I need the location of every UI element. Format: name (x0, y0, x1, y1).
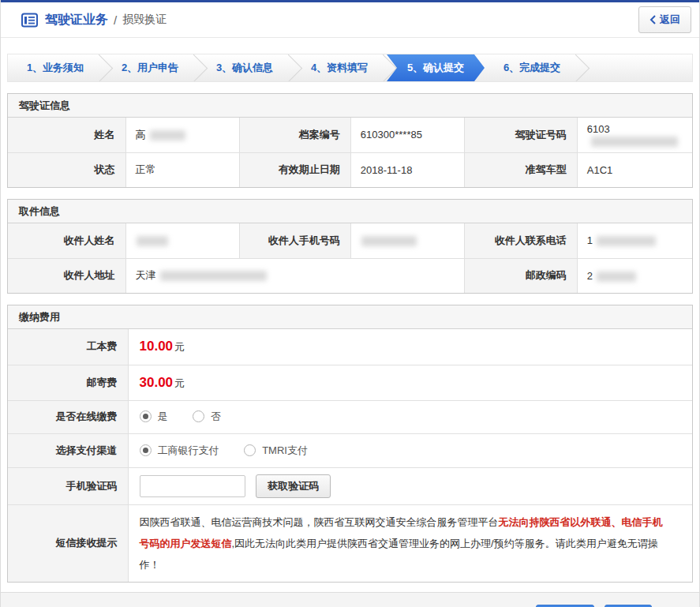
payment-title: 缴纳费用 (8, 305, 692, 329)
redacted-blur (597, 236, 656, 246)
field-value-vehicle-class: A1C1 (577, 152, 692, 187)
table-row: 收件人姓名 收件人手机号码 收件人联系电话 1 (8, 223, 692, 258)
field-label-sms-code: 手机验证码 (8, 467, 128, 504)
sms-code-input[interactable] (140, 475, 245, 497)
field-value-work-fee: 10.00元 (128, 329, 692, 365)
radio-icbc-selected[interactable] (140, 444, 152, 456)
step-5-confirm-submit: 5、确认提交 (387, 54, 485, 81)
redacted-blur (137, 236, 168, 246)
step-1-business-notice: 1、业务须知 (8, 54, 103, 81)
payment-table: 工本费 10.00元 邮寄费 30.00元 是否在线缴费 是 否 (8, 329, 692, 582)
license-info-table: 姓名 高 档案编号 610300****85 驾驶证号码 6103 状态 正常 … (8, 118, 692, 187)
radio-yes-label: 是 (158, 410, 168, 422)
redacted-blur (150, 130, 185, 141)
radio-no[interactable] (193, 410, 204, 422)
field-label-file-no: 档案编号 (239, 118, 350, 152)
table-row: 选择支付渠道 工商银行支付 TMRI支付 (8, 433, 692, 467)
table-row: 是否在线缴费 是 否 (8, 400, 692, 433)
field-label-license-no: 驾驶证号码 (464, 118, 577, 152)
step-wizard: 1、业务须知 2、用户申告 3、确认信息 4、资料填写 5、确认提交 6、完成提… (7, 54, 693, 82)
address-visible-text: 天津 (136, 269, 156, 281)
field-label-recipient-phone: 收件人联系电话 (464, 223, 577, 258)
pickup-info-title: 取件信息 (8, 200, 692, 223)
radio-tmri[interactable] (244, 444, 256, 456)
field-value-file-no: 610300****85 (350, 118, 464, 152)
field-label-postcode: 邮政编码 (464, 258, 577, 293)
get-code-button[interactable]: 获取验证码 (256, 474, 331, 498)
pickup-info-table: 收件人姓名 收件人手机号码 收件人联系电话 1 收件人地址 天津 邮政编码 (8, 223, 692, 293)
action-bar: 上一步 完成 (1, 592, 699, 607)
field-value-name: 高 (125, 118, 239, 152)
field-value-postcode: 2 (577, 258, 692, 293)
radio-tmri-label: TMRI支付 (262, 444, 308, 456)
field-label-name: 姓名 (8, 118, 125, 152)
field-label-sms-notice: 短信接收提示 (8, 504, 128, 582)
pickup-info-panel: 取件信息 收件人姓名 收件人手机号码 收件人联系电话 1 收件人地址 (7, 199, 693, 294)
phone-visible-text: 1 (587, 234, 593, 246)
license-info-title: 驾驶证信息 (8, 94, 692, 118)
field-label-vehicle-class: 准驾车型 (464, 152, 577, 187)
field-value-license-no: 6103 (577, 118, 692, 152)
postage-fee-unit: 元 (174, 377, 185, 389)
pay-online-yes-option[interactable]: 是 (140, 410, 168, 424)
sms-notice-text: 因陕西省联通、电信运营商技术问题，陕西省互联网交通安全综合服务管理平台无法向持陕… (128, 504, 692, 582)
field-label-status: 状态 (8, 152, 125, 187)
postcode-visible-text: 2 (587, 270, 593, 282)
step-bar-filler (579, 54, 692, 81)
radio-icbc-label: 工商银行支付 (158, 444, 219, 456)
field-label-channel: 选择支付渠道 (8, 433, 128, 467)
page-title: 驾驶证业务 (45, 12, 108, 28)
redacted-blur (591, 137, 678, 147)
field-label-recipient-name: 收件人姓名 (8, 223, 125, 258)
work-fee-unit: 元 (174, 341, 185, 353)
name-visible-text: 高 (136, 129, 146, 141)
postage-fee-amount: 30.00 (140, 375, 174, 390)
field-label-postage-fee: 邮寄费 (8, 365, 128, 400)
redacted-blur (361, 236, 417, 246)
license-no-visible-text: 6103 (587, 123, 610, 135)
back-button[interactable]: 返回 (638, 6, 691, 33)
channel-tmri-option[interactable]: TMRI支付 (244, 444, 308, 458)
field-label-expiry: 有效期止日期 (239, 152, 350, 187)
sms-code-cell: 获取验证码 (128, 467, 692, 504)
chevron-left-icon (649, 15, 656, 24)
field-label-recipient-address: 收件人地址 (8, 258, 125, 293)
table-row: 状态 正常 有效期止日期 2018-11-18 准驾车型 A1C1 (8, 152, 692, 187)
step-3-confirm-info: 3、确认信息 (197, 54, 292, 81)
payment-panel: 缴纳费用 工本费 10.00元 邮寄费 30.00元 是否在线缴费 是 (7, 305, 693, 583)
field-label-pay-online: 是否在线缴费 (8, 400, 128, 433)
field-value-expiry: 2018-11-18 (350, 152, 464, 187)
field-value-recipient-address: 天津 (125, 258, 464, 293)
channel-options: 工商银行支付 TMRI支付 (128, 433, 692, 467)
license-business-icon (21, 13, 38, 28)
redacted-blur (160, 271, 267, 281)
radio-yes-selected[interactable] (140, 410, 152, 422)
table-row: 短信接收提示 因陕西省联通、电信运营商技术问题，陕西省互联网交通安全综合服务管理… (8, 504, 692, 582)
license-info-panel: 驾驶证信息 姓名 高 档案编号 610300****85 驾驶证号码 6103 … (7, 93, 693, 188)
step-4-fill-data: 4、资料填写 (292, 54, 387, 81)
page-header: 驾驶证业务 / 损毁换证 返回 (1, 2, 699, 38)
field-label-work-fee: 工本费 (8, 329, 128, 365)
breadcrumb-separator: / (114, 13, 117, 27)
radio-no-label: 否 (211, 410, 221, 422)
step-6-finish-submit: 6、完成提交 (485, 54, 579, 81)
table-row: 邮寄费 30.00元 (8, 365, 692, 400)
license-service-page: 驾驶证业务 / 损毁换证 返回 1、业务须知 2、用户申告 3、确认信息 4、资… (0, 0, 700, 607)
field-label-recipient-mobile: 收件人手机号码 (239, 223, 350, 258)
field-value-status: 正常 (125, 152, 239, 187)
table-row: 手机验证码 获取验证码 (8, 467, 692, 504)
field-value-recipient-phone: 1 (577, 223, 692, 258)
breadcrumb-current: 损毁换证 (122, 13, 167, 27)
pay-online-options: 是 否 (128, 400, 692, 433)
table-row: 姓名 高 档案编号 610300****85 驾驶证号码 6103 (8, 118, 692, 152)
work-fee-amount: 10.00 (140, 339, 174, 354)
field-value-recipient-mobile (350, 223, 464, 258)
table-row: 收件人地址 天津 邮政编码 2 (8, 258, 692, 293)
notice-text-normal-1: 因陕西省联通、电信运营商技术问题，陕西省互联网交通安全综合服务管理平台 (140, 516, 499, 528)
step-2-user-declaration: 2、用户申告 (103, 54, 197, 81)
table-row: 工本费 10.00元 (8, 329, 692, 365)
channel-icbc-option[interactable]: 工商银行支付 (140, 444, 219, 458)
field-value-recipient-name (125, 223, 239, 258)
pay-online-no-option[interactable]: 否 (193, 410, 221, 424)
back-button-label: 返回 (660, 13, 680, 27)
